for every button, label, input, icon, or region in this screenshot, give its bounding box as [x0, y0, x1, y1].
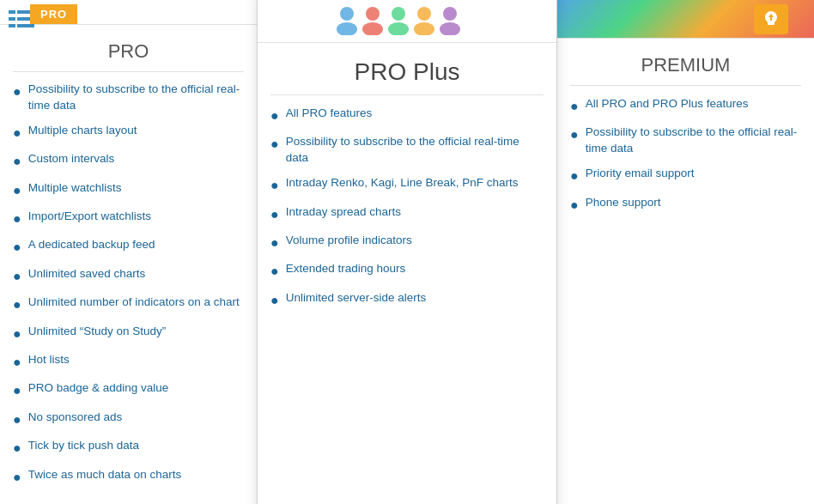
svg-point-14 [443, 7, 457, 21]
bullet-icon: ● [570, 125, 579, 144]
list-item: ●Extended trading hours [270, 261, 544, 281]
pro-plus-header [258, 0, 556, 43]
bullet-icon: ● [13, 238, 21, 257]
feature-text: PRO badge & adding value [28, 380, 169, 397]
feature-text: Possibility to subscribe to the official… [286, 134, 544, 167]
pro-feature-list: ●Possibility to subscribe to the officia… [0, 82, 257, 504]
bullet-icon: ● [270, 176, 279, 195]
feature-text: Intraday spread charts [286, 204, 401, 221]
svg-point-13 [414, 22, 434, 35]
svg-point-11 [388, 22, 409, 35]
bullet-icon: ● [13, 295, 21, 314]
feature-text: Volume profile indicators [286, 233, 412, 249]
list-item: ●Possibility to subscribe to the officia… [270, 134, 544, 167]
svg-point-7 [337, 22, 357, 35]
feature-text: Multiple charts layout [28, 123, 137, 139]
pro-plus-header-figures [258, 0, 556, 42]
bullet-icon: ● [270, 135, 279, 154]
feature-text: Unlimited server-side alerts [286, 290, 427, 307]
svg-rect-5 [17, 24, 34, 27]
pro-plus-column: PRO Plus ●All PRO features●Possibility t… [258, 0, 556, 504]
premium-title: PREMIUM [557, 39, 814, 85]
bullet-icon: ● [13, 209, 21, 228]
svg-rect-0 [9, 10, 15, 14]
bullet-icon: ● [270, 106, 279, 125]
svg-rect-4 [9, 24, 15, 27]
list-item: ●Tick by tick push data [13, 438, 244, 458]
feature-text: All PRO features [286, 106, 373, 122]
bullet-icon: ● [13, 152, 21, 171]
feature-text: Priority email support [586, 166, 695, 182]
svg-rect-2 [9, 17, 15, 21]
pro-column: PRO PRO ●Possibility to subscribe to the… [0, 0, 258, 504]
list-item: ●Unlimited saved charts [13, 266, 244, 286]
svg-point-8 [366, 7, 380, 21]
bullet-icon: ● [13, 410, 21, 429]
list-item: ●All PRO features [270, 106, 544, 125]
list-item: ●Unlimited server-side alerts [270, 290, 544, 310]
svg-point-12 [417, 7, 431, 21]
feature-text: Custom intervals [28, 151, 115, 167]
list-item: ●Possibility to subscribe to the officia… [13, 82, 244, 114]
premium-column: PREMIUM ●All PRO and PRO Plus features●P… [556, 0, 814, 504]
list-item: ●Intraday Renko, Kagi, Line Break, PnF c… [270, 175, 544, 195]
feature-text: Twice as much data on charts [28, 467, 182, 483]
bullet-icon: ● [570, 196, 579, 215]
bullet-icon: ● [13, 325, 21, 343]
premium-header [557, 0, 814, 39]
page-wrapper: PRO PRO ●Possibility to subscribe to the… [0, 0, 814, 504]
feature-text: Hot lists [28, 352, 70, 368]
feature-text: All PRO and PRO Plus features [586, 96, 749, 112]
bullet-icon: ● [13, 468, 21, 487]
premium-divider [570, 85, 801, 86]
list-item: ●Volume profile indicators [270, 233, 544, 252]
list-item: ●All PRO and PRO Plus features [570, 96, 801, 116]
list-item: ●Unlimited “Study on Study” [13, 324, 244, 343]
header-illustration [330, 5, 484, 35]
pro-title: PRO [0, 25, 257, 71]
list-item: ●Possibility to subscribe to the officia… [570, 124, 801, 157]
feature-text: Possibility to subscribe to the official… [586, 124, 801, 157]
premium-feature-list: ●All PRO and PRO Plus features●Possibili… [557, 96, 814, 504]
bullet-icon: ● [270, 262, 279, 281]
svg-point-10 [392, 7, 405, 21]
list-item: ●Unlimited number of indicators on a cha… [13, 295, 244, 314]
feature-text: A dedicated backup feed [28, 237, 155, 253]
feature-text: Multiple watchlists [28, 180, 122, 197]
pro-plus-divider [270, 94, 544, 95]
feature-text: No sponsored ads [28, 410, 123, 426]
list-item: ●A dedicated backup feed [13, 237, 244, 257]
bullet-icon: ● [13, 124, 21, 143]
list-item: ●Import/Export watchlists [13, 209, 244, 228]
feature-text: Extended trading hours [286, 261, 406, 277]
feature-text: Possibility to subscribe to the official… [28, 82, 244, 114]
bullet-icon: ● [270, 205, 279, 224]
bullet-icon: ● [13, 381, 21, 400]
bullet-icon: ● [570, 97, 579, 116]
pro-plus-title: PRO Plus [258, 43, 556, 94]
feature-text: Import/Export watchlists [28, 209, 151, 225]
list-item: ●Multiple watchlists [13, 180, 244, 200]
premium-icon [754, 4, 788, 34]
list-item: ●PRO badge & adding value [13, 380, 244, 400]
svg-point-6 [340, 7, 354, 21]
feature-text: Phone support [586, 195, 661, 211]
bullet-icon: ● [270, 234, 279, 252]
bullet-icon: ● [570, 167, 579, 185]
svg-point-9 [362, 22, 383, 35]
pro-header: PRO [0, 0, 257, 25]
pro-badge: PRO [30, 4, 77, 24]
feature-text: Tick by tick push data [28, 438, 139, 454]
bullet-icon: ● [270, 291, 279, 310]
list-item: ●Intraday spread charts [270, 204, 544, 224]
list-item: ●Multiple charts layout [13, 123, 244, 143]
bullet-icon: ● [13, 267, 21, 286]
feature-text: Unlimited saved charts [28, 266, 146, 282]
list-item: ●Twice as much data on charts [13, 467, 244, 487]
upload-icon [761, 9, 781, 30]
feature-text: Intraday Renko, Kagi, Line Break, PnF ch… [286, 175, 519, 191]
pro-divider [13, 71, 244, 72]
svg-point-15 [440, 22, 460, 35]
feature-text: Unlimited number of indicators on a char… [28, 295, 240, 311]
feature-text: Unlimited “Study on Study” [28, 324, 167, 340]
